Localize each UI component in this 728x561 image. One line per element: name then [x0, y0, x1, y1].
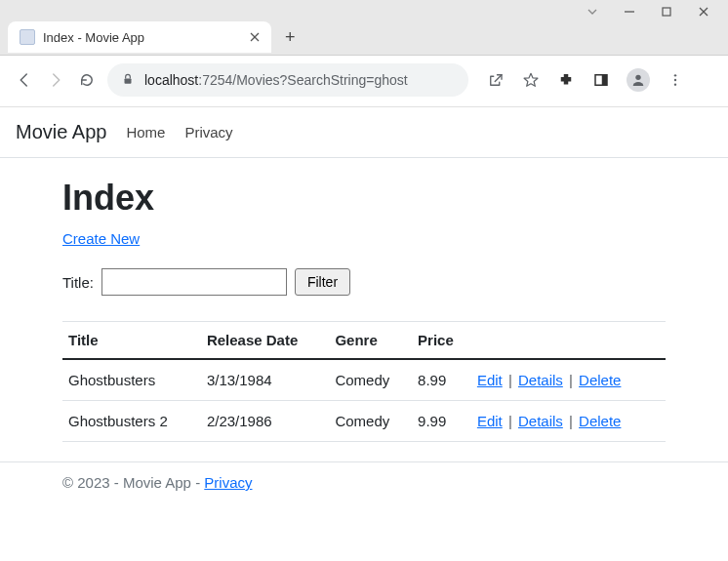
- footer-privacy-link[interactable]: Privacy: [204, 474, 252, 491]
- profile-avatar[interactable]: [627, 68, 650, 92]
- svg-rect-8: [602, 75, 607, 86]
- filter-label: Title:: [62, 274, 94, 291]
- tab-title: Index - Movie App: [43, 30, 242, 45]
- table-row: Ghostbusters3/13/1984Comedy8.99Edit | De…: [62, 359, 666, 401]
- create-new-link[interactable]: Create New: [62, 230, 140, 247]
- cell-genre: Comedy: [329, 401, 412, 442]
- nav-home[interactable]: Home: [126, 124, 165, 140]
- svg-point-11: [674, 79, 676, 81]
- col-genre: Genre: [329, 322, 412, 360]
- cell-actions: Edit | Details | Delete: [471, 359, 666, 401]
- nav-privacy[interactable]: Privacy: [184, 124, 232, 140]
- col-release: Release Date: [201, 322, 330, 360]
- back-button[interactable]: [14, 69, 35, 91]
- reload-button[interactable]: [76, 69, 98, 91]
- cell-price: 9.99: [412, 401, 471, 442]
- cell-release: 2/23/1986: [201, 401, 330, 442]
- lock-icon: [121, 72, 135, 89]
- new-tab-button[interactable]: +: [277, 23, 303, 52]
- browser-tab[interactable]: Index - Movie App: [8, 21, 271, 53]
- cell-title: Ghostbusters 2: [62, 401, 201, 442]
- svg-rect-1: [663, 8, 670, 16]
- title-search-input[interactable]: [101, 268, 287, 296]
- col-price: Price: [412, 322, 471, 360]
- brand-link[interactable]: Movie App: [16, 121, 106, 143]
- svg-point-12: [674, 83, 676, 85]
- cell-title: Ghostbusters: [62, 359, 201, 401]
- edit-link[interactable]: Edit: [477, 372, 503, 388]
- cell-genre: Comedy: [329, 359, 412, 401]
- cell-release: 3/13/1984: [201, 359, 330, 401]
- footer: © 2023 - Movie App - Privacy: [0, 461, 728, 502]
- movies-table: Title Release Date Genre Price Ghostbust…: [62, 321, 666, 442]
- col-actions: [471, 322, 666, 360]
- window-close-button[interactable]: [697, 6, 710, 18]
- page-title: Index: [62, 178, 666, 219]
- details-link[interactable]: Details: [518, 372, 563, 388]
- details-link[interactable]: Details: [518, 413, 563, 429]
- extensions-icon[interactable]: [556, 70, 576, 90]
- footer-copyright: © 2023 - Movie App -: [62, 474, 204, 491]
- url-text: localhost:7254/Movies?SearchString=ghost: [144, 72, 408, 88]
- star-icon[interactable]: [521, 70, 541, 90]
- tab-close-button[interactable]: [250, 29, 260, 45]
- svg-point-10: [674, 74, 676, 76]
- window-maximize-button[interactable]: [660, 6, 673, 18]
- menu-icon[interactable]: [666, 70, 685, 90]
- app-navbar: Movie App Home Privacy: [0, 107, 728, 158]
- window-chevron-icon[interactable]: [586, 6, 599, 18]
- forward-button[interactable]: [45, 69, 66, 91]
- sidepanel-icon[interactable]: [591, 70, 611, 90]
- cell-price: 8.99: [412, 359, 471, 401]
- table-row: Ghostbusters 22/23/1986Comedy9.99Edit | …: [62, 401, 666, 442]
- window-minimize-button[interactable]: [623, 6, 636, 18]
- delete-link[interactable]: Delete: [579, 372, 621, 388]
- share-icon[interactable]: [486, 70, 506, 90]
- edit-link[interactable]: Edit: [477, 413, 503, 429]
- filter-button[interactable]: Filter: [295, 268, 350, 296]
- address-bar[interactable]: localhost:7254/Movies?SearchString=ghost: [107, 63, 468, 97]
- svg-point-9: [635, 75, 640, 80]
- svg-rect-6: [125, 78, 132, 83]
- delete-link[interactable]: Delete: [579, 413, 621, 429]
- cell-actions: Edit | Details | Delete: [471, 401, 666, 442]
- col-title: Title: [62, 322, 201, 360]
- favicon-icon: [20, 29, 35, 45]
